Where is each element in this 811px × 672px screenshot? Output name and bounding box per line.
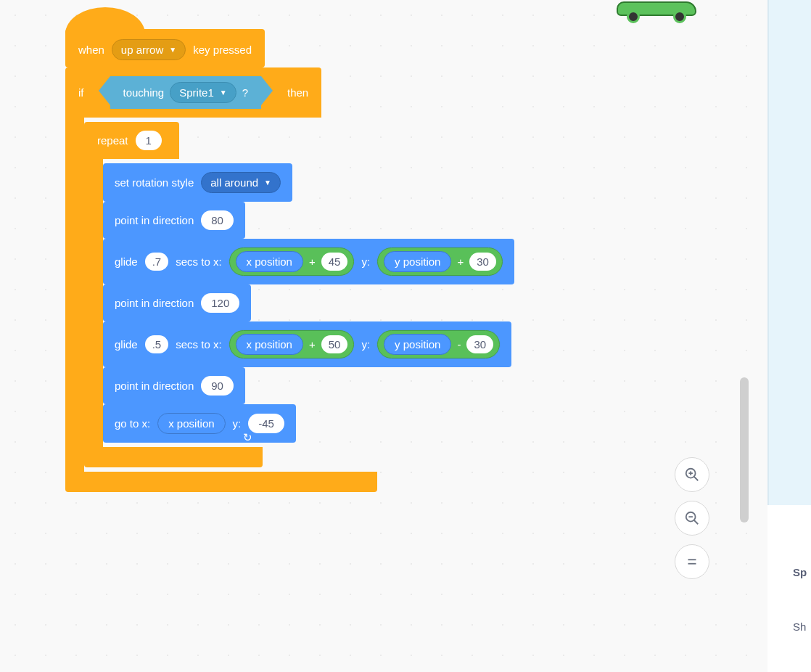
zoom-out-button[interactable] — [675, 501, 709, 536]
operand-input[interactable]: 50 — [321, 335, 348, 353]
repeat-block[interactable]: repeat 1 set rotation style all around — [84, 122, 514, 467]
add-operator[interactable]: x position + 50 — [229, 330, 355, 358]
go-to-xy-block[interactable]: go to x: x position y: -45 — [103, 404, 296, 443]
sprite-label-fragment: Sp — [793, 566, 807, 578]
operand-input[interactable]: 30 — [466, 335, 493, 353]
direction-input[interactable]: 90 — [201, 376, 234, 396]
zoom-in-icon — [684, 467, 700, 483]
touching-reporter[interactable]: touching Sprite1 ▼ ? — [110, 76, 262, 109]
y-position-reporter[interactable]: y position — [384, 334, 451, 355]
key-pressed-label: key pressed — [193, 44, 252, 56]
show-label-fragment: Sh — [793, 620, 806, 633]
glide-secs-to-xy-block[interactable]: glide .7 secs to x: x position + 45 y: — [103, 239, 514, 284]
stage-preview-panel — [767, 0, 811, 508]
sprite-info-panel: Sp Sh — [767, 508, 811, 672]
chevron-down-icon: ▼ — [264, 179, 271, 187]
direction-input[interactable]: 80 — [201, 210, 234, 230]
hat-when-key-pressed[interactable]: when up arrow ▼ key pressed — [65, 29, 265, 67]
zoom-in-button[interactable] — [675, 457, 709, 492]
when-label: when — [78, 44, 104, 56]
x-position-reporter[interactable]: x position — [236, 334, 303, 355]
direction-input[interactable]: 120 — [201, 293, 239, 313]
repeat-count-input[interactable]: 1 — [136, 131, 162, 150]
point-in-direction-block[interactable]: point in direction 120 — [103, 284, 251, 321]
add-operator[interactable]: x position + 45 — [229, 247, 355, 276]
script-stack[interactable]: when up arrow ▼ key pressed if touching … — [65, 7, 514, 492]
rotation-style-dropdown[interactable]: all around ▼ — [201, 172, 281, 193]
vertical-scrollbar[interactable] — [740, 377, 749, 523]
point-in-direction-block[interactable]: point in direction 80 — [103, 202, 245, 239]
operand-input[interactable]: 30 — [469, 253, 496, 271]
sprite-preview-car — [617, 0, 696, 22]
repeat-label: repeat — [97, 134, 128, 147]
y-input[interactable]: -45 — [248, 414, 284, 433]
y-position-reporter[interactable]: y position — [384, 251, 451, 272]
x-position-reporter[interactable]: x position — [157, 413, 225, 434]
chevron-down-icon: ▼ — [169, 46, 176, 54]
zoom-reset-button[interactable] — [675, 544, 709, 579]
svg-line-5 — [694, 520, 699, 525]
code-workspace[interactable]: when up arrow ▼ key pressed if touching … — [0, 0, 754, 672]
chevron-down-icon: ▼ — [220, 89, 227, 97]
touching-target-dropdown[interactable]: Sprite1 ▼ — [170, 82, 236, 103]
subtract-operator[interactable]: y position - 30 — [377, 330, 500, 358]
loop-arrow-icon: ↻ — [243, 431, 252, 444]
if-label: if — [78, 86, 84, 99]
zoom-out-icon — [684, 510, 700, 526]
svg-line-1 — [694, 477, 699, 481]
zoom-controls — [675, 457, 709, 579]
glide-secs-to-xy-block[interactable]: glide .5 secs to x: x position + 50 y: — [103, 321, 511, 367]
point-in-direction-block[interactable]: point in direction 90 — [103, 367, 245, 404]
set-rotation-style-block[interactable]: set rotation style all around ▼ — [103, 163, 292, 202]
glide-secs-input[interactable]: .7 — [145, 253, 169, 271]
operand-input[interactable]: 45 — [321, 253, 348, 271]
key-dropdown[interactable]: up arrow ▼ — [112, 39, 186, 60]
glide-secs-input[interactable]: .5 — [145, 335, 169, 353]
add-operator[interactable]: y position + 30 — [377, 247, 503, 276]
if-block[interactable]: if touching Sprite1 ▼ ? then — [65, 67, 514, 492]
equals-icon — [684, 554, 700, 570]
x-position-reporter[interactable]: x position — [236, 251, 303, 272]
then-label: then — [287, 86, 308, 99]
